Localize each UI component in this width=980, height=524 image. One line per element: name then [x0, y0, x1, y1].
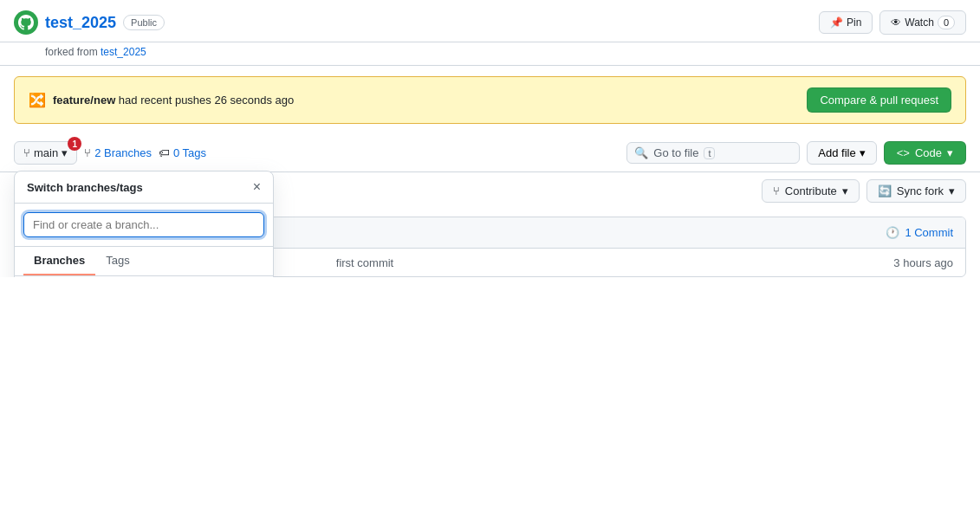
branch-icon: 🔀 [29, 92, 46, 108]
goto-file-search[interactable]: 🔍 Go to file t [626, 142, 800, 164]
eye-icon: 👁 [891, 16, 901, 29]
fork-source-link[interactable]: test_2025 [101, 46, 146, 58]
sync-fork-button[interactable]: 🔄 Sync fork ▾ [866, 179, 966, 203]
tags-count-link[interactable]: 🏷 0 Tags [159, 146, 206, 159]
banner-branch: feature/new [53, 94, 115, 107]
chevron-down-icon-code: ▾ [947, 146, 953, 159]
branch-search-input[interactable] [23, 212, 264, 237]
branch-selector-button[interactable]: ⑂ main ▾ 1 [14, 141, 77, 165]
tag-icon: 🏷 [159, 146, 170, 159]
tab-tags[interactable]: Tags [95, 247, 140, 275]
banner-left: 🔀 feature/new had recent pushes 26 secon… [29, 92, 294, 108]
branch-list: ✓ main default ✓ feature/new 2 [15, 276, 273, 277]
goto-file-key: t [704, 147, 715, 159]
commits-count-link[interactable]: 🕐 1 Commit [886, 226, 953, 239]
search-icon: 🔍 [634, 146, 648, 159]
branch-bar: ⑂ main ▾ 1 ⑂ 2 Branches 🏷 0 Tags 🔍 Go to… [0, 134, 980, 172]
contribute-button[interactable]: ⑂ Contribute ▾ [762, 179, 860, 203]
repo-visibility-badge: Public [123, 15, 165, 30]
repo-header-right: 📌 Pin 👁 Watch 0 [819, 10, 966, 35]
contribute-icon: ⑂ [773, 184, 780, 197]
repo-header-left: test_2025 Public [14, 10, 165, 35]
watch-count: 0 [938, 16, 955, 29]
repo-avatar [14, 10, 38, 35]
clock-icon: 🕐 [886, 226, 899, 239]
chevron-syncfork: ▾ [949, 184, 955, 197]
sync-icon: 🔄 [878, 184, 892, 197]
branches-icon: ⑂ [84, 146, 91, 159]
code-button[interactable]: <> Code ▾ [884, 141, 966, 165]
repo-header: test_2025 Public 📌 Pin 👁 Watch 0 [0, 0, 980, 42]
goto-file-placeholder: Go to file [653, 146, 698, 159]
file-commit-message: first commit [336, 256, 884, 269]
file-time: 3 hours ago [893, 256, 953, 269]
tab-branches[interactable]: Branches [23, 247, 95, 275]
pin-icon: 📌 [830, 16, 843, 29]
compare-pull-request-button[interactable]: Compare & pull request [807, 87, 951, 113]
dropdown-search-area [15, 204, 273, 247]
branch-dropdown-panel: Switch branches/tags × Branches Tags ✓ m… [14, 171, 274, 277]
banner-text: feature/new had recent pushes 26 seconds… [53, 94, 294, 107]
code-icon: <> [897, 146, 910, 159]
push-banner: 🔀 feature/new had recent pushes 26 secon… [14, 76, 966, 124]
branch-count-link[interactable]: ⑂ 2 Branches [84, 146, 152, 159]
chevron-contribute: ▾ [842, 184, 848, 197]
dropdown-title: Switch branches/tags [27, 181, 143, 194]
tags-link[interactable]: 0 Tags [173, 146, 206, 159]
branch-name-label: main [34, 146, 58, 159]
forked-from: forked from test_2025 [0, 42, 980, 65]
dropdown-header: Switch branches/tags × [15, 171, 273, 204]
repo-name[interactable]: test_2025 [45, 14, 116, 32]
add-file-button[interactable]: Add file ▾ [807, 141, 876, 165]
chevron-down-icon-add: ▾ [860, 146, 866, 159]
dropdown-close-button[interactable]: × [253, 180, 261, 194]
watch-button[interactable]: 👁 Watch 0 [879, 10, 966, 35]
pin-button[interactable]: 📌 Pin [819, 11, 873, 34]
branches-link[interactable]: 2 Branches [94, 146, 152, 159]
header-separator [0, 65, 980, 66]
branch-badge-1: 1 [68, 137, 81, 151]
chevron-down-icon: ▾ [62, 146, 68, 159]
branch-fork-icon: ⑂ [23, 146, 30, 159]
dropdown-tabs: Branches Tags [15, 247, 273, 276]
